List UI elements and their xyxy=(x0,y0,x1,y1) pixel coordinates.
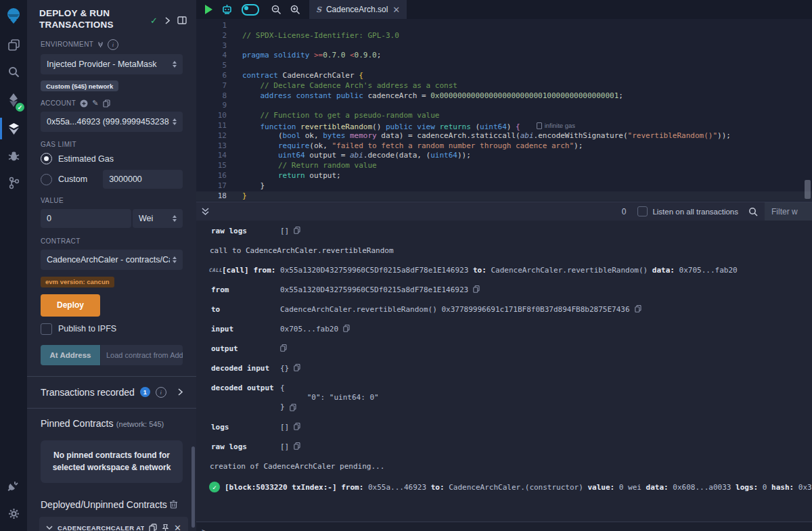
code-line-16[interactable]: 16 return output; xyxy=(196,171,812,181)
add-account-icon[interactable] xyxy=(80,99,88,108)
terminal-message: creation of CadenceArchCaler pending... xyxy=(196,462,812,471)
copy-account-icon[interactable] xyxy=(103,99,110,108)
terminal-collapse-icon[interactable] xyxy=(202,208,209,215)
code-line-10[interactable]: 10 // Function to get a pseudo-random va… xyxy=(196,111,812,121)
listen-checkbox[interactable] xyxy=(637,206,648,216)
tab-cadencearch-sol[interactable]: S CadenceArch.sol ✕ xyxy=(309,0,407,19)
code-line-11[interactable]: 11 function revertibleRandom() public vi… xyxy=(196,121,812,131)
contract-select[interactable]: CadenceArchCaler - contracts/Cac xyxy=(41,250,183,270)
code-line-7[interactable]: 7 // Declare Cadence Arch's address as a… xyxy=(196,81,812,91)
account-label: ACCOUNT xyxy=(41,99,76,107)
pinned-empty-message: No pinned contracts found for selected w… xyxy=(41,440,183,483)
code-line-15[interactable]: 15 // Return random value xyxy=(196,161,812,171)
code-line-13[interactable]: 13 require(ok, "failed to fetch a random… xyxy=(196,141,812,152)
copy-icon[interactable] xyxy=(635,305,641,313)
editor-scrollbar-thumb[interactable] xyxy=(805,180,811,199)
code-editor[interactable]: 12// SPDX-License-Identifier: GPL-3.034p… xyxy=(196,19,812,202)
copy-icon[interactable] xyxy=(294,442,300,450)
chevron-down-icon[interactable] xyxy=(46,526,53,530)
plug-icon[interactable] xyxy=(97,41,104,48)
compile-success-badge: ✓ xyxy=(16,103,24,112)
copy-icon[interactable] xyxy=(294,364,300,371)
panel-scrollbar[interactable] xyxy=(191,446,195,528)
terminal-kv-row: decoded output{ "0": "uint64: 0"} xyxy=(196,384,812,412)
value-unit-select[interactable]: Wei xyxy=(133,209,183,228)
line-number: 14 xyxy=(196,151,227,161)
value-input[interactable]: 0 xyxy=(41,209,131,228)
copy-icon[interactable] xyxy=(294,227,300,234)
transactions-expand-icon[interactable] xyxy=(178,388,183,396)
code-line-5[interactable]: 5 xyxy=(196,61,812,71)
listen-label: Listen on all transactions xyxy=(652,208,738,216)
contract-instance-title[interactable]: CADENCEARCHCALER AT 0) xyxy=(58,524,144,531)
ai-assistant-icon[interactable] xyxy=(221,4,233,15)
code-line-12[interactable]: 12 (bool ok, bytes memory data) = cadenc… xyxy=(196,131,812,141)
custom-gas-input[interactable]: 3000000 xyxy=(103,170,183,189)
code-line-14[interactable]: 14 uint64 output = abi.decode(data, (uin… xyxy=(196,151,812,161)
transaction-summary-row[interactable]: CALL[call] from: 0x55a1320D432759960C5Df… xyxy=(196,266,812,275)
code-line-8[interactable]: 8 address constant public cadenceArch = … xyxy=(196,91,812,101)
terminal-search-icon[interactable] xyxy=(748,207,758,216)
settings-gear-icon[interactable] xyxy=(0,500,27,527)
transaction-summary-row[interactable]: ✓[block:5033220 txIndex:-] from: 0x55a..… xyxy=(196,482,812,492)
copy-icon[interactable] xyxy=(290,404,296,411)
code-line-17[interactable]: 17 } xyxy=(196,181,812,191)
code-line-2[interactable]: 2// SPDX-License-Identifier: GPL-3.0 xyxy=(196,31,812,41)
code-line-1[interactable]: 1 xyxy=(196,21,812,31)
code-line-6[interactable]: 6contract CadenceArchCaler { xyxy=(196,71,812,81)
panel-chevron-right-icon[interactable] xyxy=(165,17,170,24)
terminal-kv-row: decoded input{} xyxy=(196,364,812,373)
environment-info-icon[interactable]: i xyxy=(108,39,118,50)
debugger-icon[interactable] xyxy=(0,142,27,169)
publish-ipfs-label: Publish to IPFS xyxy=(58,324,116,333)
file-explorer-icon[interactable] xyxy=(0,31,27,58)
publish-ipfs-checkbox[interactable] xyxy=(41,323,52,335)
transactions-info-icon[interactable]: i xyxy=(156,387,166,398)
close-instance-icon[interactable]: ✕ xyxy=(174,523,181,531)
stepper-icon xyxy=(173,61,177,68)
copy-address-icon[interactable] xyxy=(149,524,157,531)
git-icon[interactable] xyxy=(0,169,27,196)
panel-columns-icon[interactable] xyxy=(177,16,187,24)
remix-logo[interactable] xyxy=(0,0,27,31)
account-select[interactable]: 0x55a...46923 (999.9999453238 xyxy=(41,112,183,132)
custom-gas-radio[interactable] xyxy=(41,174,52,185)
zoom-in-icon[interactable] xyxy=(290,5,300,15)
solidity-compiler-icon[interactable]: ✓ xyxy=(0,85,27,115)
terminal-filter-input[interactable]: Filter w xyxy=(765,202,812,221)
line-number: 4 xyxy=(196,51,227,61)
search-icon[interactable] xyxy=(0,58,27,85)
gas-limit-label: GAS LIMIT xyxy=(41,141,76,148)
sign-message-icon[interactable]: ✎ xyxy=(92,99,99,108)
estimated-gas-radio[interactable] xyxy=(41,153,52,164)
ai-toggle-icon[interactable] xyxy=(242,4,259,16)
code-line-9[interactable]: 9 xyxy=(196,101,812,111)
tab-close-icon[interactable]: ✕ xyxy=(392,5,400,14)
contract-label: CONTRACT xyxy=(41,237,81,245)
stepper-icon xyxy=(173,118,177,125)
terminal-output[interactable]: raw logs[]call to CadenceArchCaler.rever… xyxy=(196,221,812,522)
line-number: 8 xyxy=(196,91,227,101)
line-number: 18 xyxy=(196,191,227,202)
code-line-3[interactable]: 3 xyxy=(196,41,812,51)
run-script-icon[interactable] xyxy=(205,5,212,14)
deploy-button[interactable]: Deploy xyxy=(41,294,100,317)
copy-icon[interactable] xyxy=(294,423,300,430)
zoom-out-icon[interactable] xyxy=(271,5,281,15)
at-address-input[interactable]: Load contract from Addres xyxy=(101,345,183,365)
copy-icon[interactable] xyxy=(473,285,480,293)
terminal-prompt[interactable]: > xyxy=(196,522,812,531)
terminal-kv-row: toCadenceArchCaler.revertibleRandom() 0x… xyxy=(196,305,812,314)
pin-icon[interactable] xyxy=(162,524,169,531)
line-number: 2 xyxy=(196,31,227,41)
deploy-run-icon[interactable] xyxy=(0,115,27,142)
code-line-18[interactable]: 18} xyxy=(196,191,812,202)
trash-icon[interactable] xyxy=(170,500,177,509)
plugin-manager-icon[interactable] xyxy=(0,473,27,500)
copy-icon[interactable] xyxy=(343,325,350,332)
environment-select[interactable]: Injected Provider - MetaMask xyxy=(41,54,183,74)
copy-icon[interactable] xyxy=(280,344,287,352)
solidity-file-icon: S xyxy=(316,5,321,14)
at-address-button[interactable]: At Address xyxy=(41,345,100,365)
code-line-4[interactable]: 4pragma solidity >=0.7.0 <0.9.0; xyxy=(196,51,812,61)
